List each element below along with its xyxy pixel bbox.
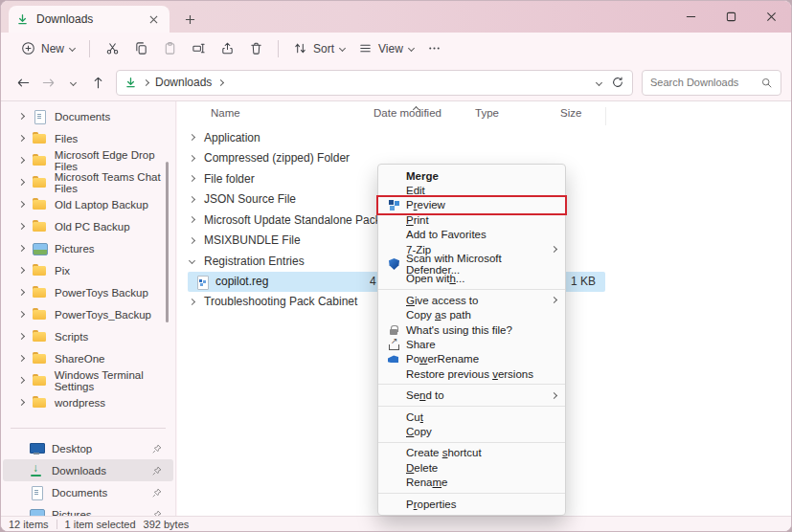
sidebar-pinned-item[interactable]: Desktop	[3, 437, 173, 459]
column-type[interactable]: Type	[475, 107, 499, 119]
context-menu-item[interactable]: Open with...	[378, 272, 565, 286]
sidebar-tree-item[interactable]: wordpress	[1, 391, 175, 413]
context-menu-item[interactable]: Merge	[378, 168, 565, 183]
collapse-chevron-icon[interactable]	[189, 175, 195, 182]
collapse-chevron-icon[interactable]	[189, 196, 195, 203]
sidebar-tree-item[interactable]: ShareOne	[1, 347, 175, 369]
context-menu-item[interactable]: Delete	[378, 460, 565, 475]
sidebar-pinned-item[interactable]: Pictures	[3, 503, 173, 516]
context-menu-item[interactable]: Restore previous versions	[378, 366, 565, 381]
expand-chevron-icon[interactable]	[18, 135, 25, 142]
sidebar-pinned-item[interactable]: Documents	[3, 481, 173, 503]
address-input[interactable]: Downloads	[116, 70, 633, 96]
expand-chevron-icon[interactable]	[18, 333, 25, 340]
sidebar-tree-item[interactable]: Documents	[1, 105, 175, 127]
forward-button[interactable]	[35, 70, 60, 95]
context-menu-item[interactable]: Copy as path	[378, 308, 565, 322]
context-menu-item[interactable]	[378, 286, 565, 293]
sidebar-tree-item[interactable]: Microsoft Edge Drop Files	[1, 149, 175, 171]
context-menu-item[interactable]: Add to Favorites	[378, 228, 565, 242]
sidebar-item-label: Documents	[55, 111, 110, 122]
column-size[interactable]: Size	[560, 107, 581, 119]
expand-chevron-icon[interactable]	[18, 113, 25, 120]
context-menu-item[interactable]: Give access to	[378, 293, 565, 307]
expand-chevron-icon[interactable]	[189, 257, 195, 264]
collapse-chevron-icon[interactable]	[189, 237, 195, 244]
expand-chevron-icon[interactable]	[18, 179, 25, 186]
context-menu-item[interactable]: PowerRename	[378, 352, 565, 366]
context-menu-item[interactable]: Send to	[378, 388, 565, 402]
collapse-chevron-icon[interactable]	[189, 299, 195, 305]
expand-chevron-icon[interactable]	[18, 245, 25, 252]
sidebar-tree-item[interactable]: Old Laptop Backup	[1, 193, 175, 215]
expand-chevron-icon[interactable]	[18, 377, 25, 384]
sort-button[interactable]: Sort	[286, 36, 351, 61]
column-date-modified[interactable]: Date modified	[373, 107, 441, 119]
cut-button[interactable]	[98, 36, 126, 61]
expand-chevron-icon[interactable]	[18, 399, 25, 406]
copy-button[interactable]	[126, 36, 155, 61]
view-button[interactable]: View	[351, 36, 420, 61]
expand-chevron-icon[interactable]	[18, 355, 25, 362]
column-name[interactable]: Name	[211, 107, 240, 119]
expand-chevron-icon[interactable]	[18, 311, 25, 318]
file-size: 1 KB	[571, 275, 596, 288]
sidebar-tree-item[interactable]: Pictures	[1, 237, 175, 259]
context-menu-item[interactable]: Share	[378, 337, 565, 351]
context-menu-item[interactable]: Scan with Microsoft Defender...	[378, 256, 565, 271]
expand-chevron-icon[interactable]	[18, 289, 25, 296]
context-menu-item[interactable]: What's using this file?	[378, 322, 565, 337]
rename-button[interactable]	[184, 36, 213, 61]
collapse-chevron-icon[interactable]	[189, 134, 195, 141]
sidebar-tree-item[interactable]: Microsoft Teams Chat Files	[1, 171, 175, 193]
close-button[interactable]	[751, 1, 791, 33]
sidebar-tree-item[interactable]: Scripts	[1, 325, 175, 347]
context-menu-item[interactable]: Rename	[378, 475, 565, 489]
expand-chevron-icon[interactable]	[18, 157, 25, 164]
new-button[interactable]: New	[14, 36, 81, 61]
context-menu-item[interactable]	[378, 439, 565, 446]
menu-item-icon	[387, 388, 400, 402]
see-more-button[interactable]	[420, 36, 449, 61]
context-menu-item[interactable]: Copy	[378, 424, 565, 438]
minimize-button[interactable]	[670, 1, 711, 33]
paste-button[interactable]	[155, 36, 184, 61]
refresh-icon[interactable]	[611, 76, 624, 89]
up-button[interactable]	[85, 70, 110, 95]
address-dropdown-icon[interactable]	[596, 78, 602, 85]
new-tab-button[interactable]	[179, 10, 200, 29]
sidebar-tree-item[interactable]: PowerToys Backup	[1, 281, 175, 303]
sidebar-scrollbar[interactable]	[166, 162, 169, 322]
context-menu-item[interactable]: Edit	[378, 183, 565, 197]
sidebar-tree-item[interactable]: Old PC Backup	[1, 215, 175, 237]
maximize-button[interactable]	[711, 1, 751, 33]
breadcrumb[interactable]: Downloads	[155, 76, 212, 89]
sidebar-tree-item[interactable]: Pix	[1, 259, 175, 281]
sidebar-tree-item[interactable]: Files	[1, 127, 175, 149]
collapse-chevron-icon[interactable]	[189, 155, 195, 162]
context-menu-item[interactable]: Cut	[378, 410, 565, 424]
tab-close-icon[interactable]	[145, 11, 162, 28]
expand-chevron-icon[interactable]	[18, 223, 25, 230]
context-menu-item[interactable]	[378, 490, 565, 497]
back-button[interactable]	[11, 70, 35, 95]
column-divider[interactable]	[605, 107, 606, 125]
context-menu-item[interactable]	[378, 403, 565, 410]
context-menu-item[interactable]: Preview	[378, 198, 565, 212]
context-menu-item[interactable]	[378, 381, 565, 388]
expand-chevron-icon[interactable]	[18, 267, 25, 274]
expand-chevron-icon[interactable]	[18, 201, 25, 208]
file-group-row[interactable]: Application	[177, 127, 791, 148]
collapse-chevron-icon[interactable]	[189, 216, 195, 223]
context-menu-item[interactable]: Create shortcut	[378, 446, 565, 460]
context-menu-item[interactable]: Print	[378, 212, 565, 227]
delete-button[interactable]	[241, 36, 270, 61]
recent-locations-button[interactable]	[60, 70, 85, 95]
sidebar-tree-item[interactable]: Windows Terminal Settings	[1, 369, 175, 391]
share-button[interactable]	[213, 36, 241, 61]
context-menu-item[interactable]: Properties	[378, 497, 565, 511]
tab-downloads[interactable]: Downloads	[9, 6, 170, 33]
sidebar-pinned-item[interactable]: Downloads	[3, 459, 173, 481]
search-input[interactable]	[650, 77, 760, 88]
sidebar-tree-item[interactable]: PowerToys_Backup	[1, 303, 175, 325]
